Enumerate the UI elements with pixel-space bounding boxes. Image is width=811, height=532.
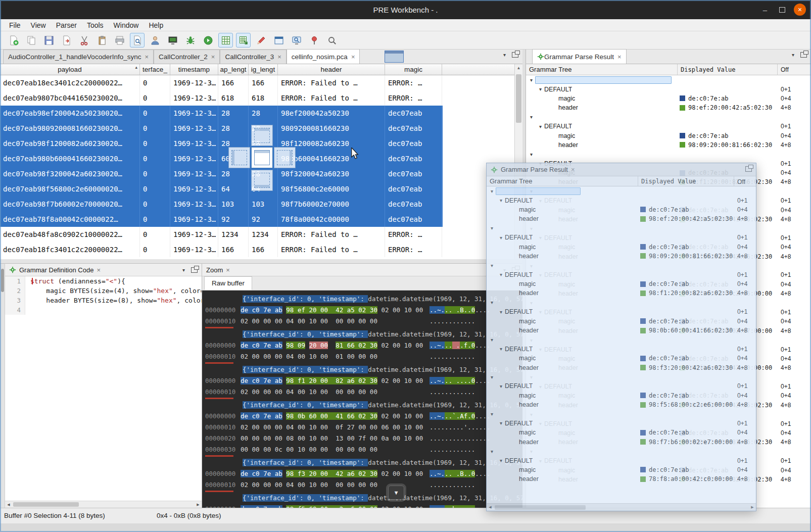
tab-raw-buffer[interactable]: Raw buffer [204, 276, 252, 290]
parse-tree-row[interactable]: ▾ [487, 409, 756, 418]
hex-line[interactable]: 00000000de c0 7e ab 98 f1 20 00 82 a6 02… [203, 375, 522, 386]
parse-tree-row[interactable]: ▾DEFAULT0+1 [487, 381, 756, 391]
menu-help[interactable]: Help [144, 21, 168, 29]
parse-tree-row[interactable]: ▾ [487, 186, 756, 196]
scroll-left-icon[interactable]: ◀ [5, 503, 12, 507]
hex-line[interactable]: 0000002000 00 00 00 08 00 10 00 13 00 7f… [203, 433, 522, 444]
packet-row[interactable]: dec07eab980b600041660230020…01969-12-3…6… [0, 151, 443, 166]
code-line[interactable]: 3 header BYTES(size=(8), show="hex", col… [5, 296, 202, 305]
dock-chevron-icon[interactable]: ▾ [792, 52, 794, 58]
dock-target-bottom[interactable] [251, 170, 273, 191]
expand-arrow-icon[interactable]: ▾ [530, 77, 533, 83]
detach-panel-icon[interactable] [512, 52, 518, 58]
parse-tree-row[interactable]: magicde:c0:7e:ab0+4 [487, 242, 756, 251]
paste-icon[interactable] [94, 33, 109, 47]
user-icon[interactable] [148, 33, 162, 47]
scroll-left-icon[interactable]: ◀ [487, 505, 494, 509]
packet-info-line[interactable]: {'interface_id': 0, 'timestamp': datetim… [203, 457, 522, 468]
zoom-tabbar[interactable]: Raw buffer [202, 276, 522, 291]
expand-arrow-icon[interactable]: ▾ [500, 383, 502, 389]
expand-arrow-icon[interactable]: ▾ [491, 263, 493, 268]
float-panel-icon[interactable] [191, 267, 198, 273]
parse-tree-row[interactable]: magicde:c0:7e:ab0+4 [526, 131, 811, 140]
pin-icon[interactable] [307, 33, 321, 47]
packet-info-line[interactable]: {'interface_id': 0, 'timestamp': datetim… [203, 294, 522, 305]
export-icon[interactable] [59, 33, 74, 47]
hex-line[interactable]: 00000000de c0 7e ab 98 0b 60 00 41 66 02… [203, 411, 522, 422]
hex-line[interactable]: 0000001002 00 00 00 04 00 10 00 01 00 00… [203, 351, 522, 362]
packet-table-header[interactable]: payload▴terface_timestampap_lengtig_leng… [0, 64, 522, 75]
horizontal-splitter[interactable] [0, 259, 522, 263]
magnifier-icon[interactable] [324, 33, 339, 47]
panel-chevron-icon[interactable]: ▾ [182, 267, 185, 273]
close-icon[interactable]: × [351, 53, 355, 61]
hex-line[interactable]: 0000001002 00 00 00 04 00 10 00 00 00 00… [203, 316, 522, 327]
monitor-search-icon[interactable] [289, 33, 304, 47]
scrollbar-thumb[interactable] [13, 502, 79, 507]
parse-tree-row[interactable]: ▾ [526, 75, 811, 84]
ghost-horizontal-scrollbar[interactable]: ◀ ▶ [487, 503, 756, 511]
parse-tree-row[interactable]: ▾ [487, 261, 756, 270]
hex-line[interactable]: 00000000de c0 7e ab 98 ef 20 00 42 a5 02… [203, 305, 522, 316]
menu-window[interactable]: Window [109, 21, 144, 29]
close-window-button[interactable]: × [794, 4, 806, 16]
tab-callcontroller-2[interactable]: CallController_2× [154, 50, 220, 64]
scroll-down-button[interactable]: ▼ [388, 486, 404, 500]
close-icon[interactable]: × [617, 53, 622, 61]
packet-row[interactable]: dec07eab9809200081660230020…01969-12-3…2… [0, 121, 443, 136]
dock-target-right[interactable] [274, 147, 296, 168]
packet-row[interactable]: dec07eab98ef200042a50230020…01969-12-3…2… [0, 106, 443, 121]
scroll-right-icon[interactable]: ▶ [195, 503, 202, 507]
column-header-payload[interactable]: payload▴ [0, 64, 140, 75]
parse-tree-header[interactable]: Grammar Tree Displayed Value Off [526, 64, 811, 75]
parse-tree-row[interactable]: ▾DEFAULT0+1 [526, 122, 811, 131]
expand-arrow-icon[interactable]: ▾ [500, 420, 502, 426]
parse-tree-row[interactable]: magicde:c0:7e:ab0+4 [487, 354, 756, 363]
parse-tree-row[interactable]: ▾DEFAULT0+1 [487, 419, 756, 428]
expand-arrow-icon[interactable]: ▾ [539, 86, 542, 92]
expand-arrow-icon[interactable]: ▾ [539, 124, 542, 129]
hex-line[interactable]: 0000001002 00 00 00 04 00 10 00 00 00 00… [203, 386, 522, 398]
run-icon[interactable] [201, 33, 215, 47]
packet-row[interactable]: dec07eab18ec3401c2c20000022…01969-12-3…1… [0, 75, 443, 90]
print-icon[interactable] [112, 33, 127, 47]
column-header-ap_lengt[interactable]: ap_lengt [218, 64, 249, 75]
parse-tree-row[interactable]: header98:f1:20:00:82:a6:02:304+8 [487, 288, 756, 298]
hex-line[interactable]: 00000000de c0 7e ab 98 f5 68 00 c2 e6 00… [203, 504, 522, 508]
copy-icon[interactable] [24, 33, 38, 47]
close-icon[interactable]: × [145, 53, 149, 61]
parse-tree-row[interactable]: magicde:c0:7e:ab0+4 [487, 428, 756, 437]
column-displayed-value[interactable]: Displayed Value [638, 176, 734, 186]
dock-tabbar[interactable]: Grammar Parse Result × ▾ [526, 50, 811, 64]
packet-info-line[interactable]: {'interface_id': 0, 'timestamp': datetim… [203, 364, 522, 375]
column-offset[interactable]: Off [734, 176, 756, 186]
packet-row[interactable]: dec07eab48fa8c0902c10000022…01969-12-3…1… [0, 227, 443, 242]
parse-tree-row[interactable]: ▾DEFAULT0+1 [487, 233, 756, 242]
packet-row[interactable]: dec07eab98f1200082a60230020…01969-12-3…2… [0, 136, 443, 151]
hex-line[interactable]: 0000001002 00 00 00 04 00 10 00 00 00 00… [203, 479, 522, 491]
screenshot-icon[interactable] [165, 33, 180, 47]
expand-arrow-icon[interactable]: ▾ [491, 225, 493, 231]
code-line[interactable]: 4 [5, 305, 202, 315]
toolbar[interactable] [0, 31, 811, 50]
parse-tree-row[interactable]: ▾DEFAULT0+1 [487, 345, 756, 354]
marker-icon[interactable] [254, 33, 268, 47]
titlebar[interactable]: PRE Workbench - . – × [0, 0, 811, 19]
close-icon[interactable]: × [211, 53, 215, 61]
column-header-magic[interactable]: magic [385, 64, 442, 75]
parse-tree-row[interactable]: magicde:c0:7e:ab0+4 [487, 279, 756, 288]
parse-tree-row[interactable]: ▾DEFAULT0+1 [487, 456, 756, 465]
parse-tree-row[interactable]: ▾ [487, 224, 756, 233]
parse-tree-row[interactable]: header98:f5:68:00:c2:e6:00:004+8 [487, 400, 756, 409]
menubar[interactable]: FileViewParserToolsWindowHelp [0, 19, 811, 31]
ghost-tree-body[interactable]: ▾▾DEFAULT0+1magicde:c0:7e:ab0+4header98:… [487, 186, 756, 503]
menu-view[interactable]: View [26, 21, 51, 29]
expand-arrow-icon[interactable]: ▾ [500, 235, 502, 240]
packet-info-line[interactable]: {'interface_id': 0, 'timestamp': datetim… [203, 400, 522, 411]
expand-arrow-icon[interactable]: ▾ [500, 458, 502, 463]
column-header-terface_[interactable]: terface_ [140, 64, 170, 75]
parse-tree-row[interactable]: ▾ [487, 335, 756, 344]
parse-tree-row[interactable]: header98:09:20:00:81:66:02:304+8 [487, 252, 756, 261]
expand-arrow-icon[interactable]: ▾ [500, 346, 502, 352]
bug-icon[interactable] [183, 33, 198, 47]
